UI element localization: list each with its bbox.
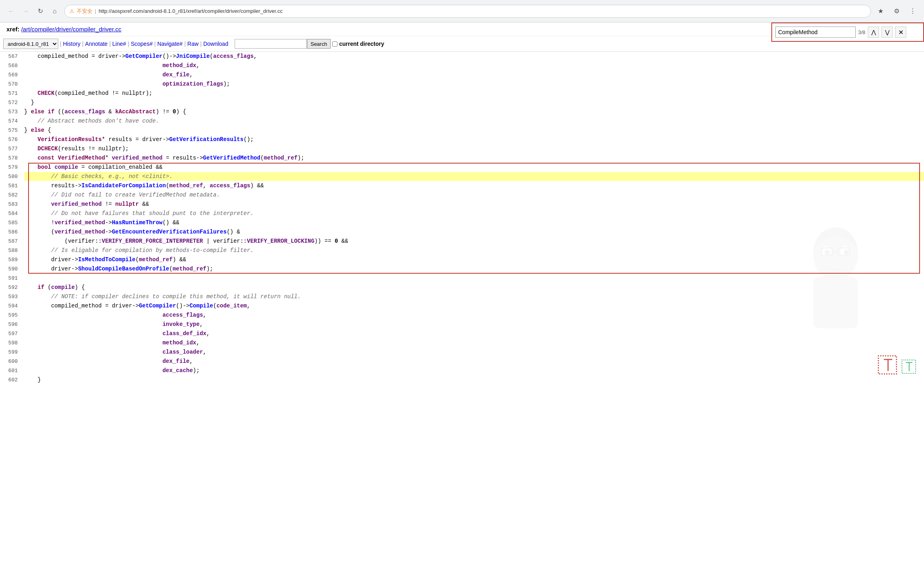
home-button[interactable]: ⌂ (48, 5, 61, 18)
version-select[interactable]: android-8.1.0_r81 (3, 39, 58, 49)
download-link[interactable]: Download (203, 41, 228, 47)
menu-button[interactable]: ⋮ (906, 5, 919, 18)
line-content: results->IsCandidateForCompilation(metho… (24, 181, 924, 190)
line-content: class_def_idx, (24, 329, 924, 338)
line-number: 594 (0, 302, 24, 311)
page-content: xref: /art/compiler/driver/compiler_driv… (0, 23, 924, 385)
table-row: 599 class_loader, (0, 348, 924, 357)
line-content: compiled_method = driver->GetCompiler()-… (24, 301, 924, 310)
line-content: invoke_type, (24, 320, 924, 329)
table-row: 570 optimization_flags); (0, 80, 924, 89)
line-content: // Did not fail to create VerifiedMethod… (24, 190, 924, 199)
line-number: 570 (0, 80, 24, 89)
nav-buttons: ← → ↻ ⌂ (5, 5, 61, 18)
table-row: 590 driver->ShouldCompileBasedOnProfile(… (0, 264, 924, 274)
search-button[interactable]: Search (307, 39, 331, 49)
line-content: const VerifiedMethod* verified_method = … (24, 154, 924, 162)
table-row: 589 driver->IsMethodToCompile(method_ref… (0, 255, 924, 264)
table-row: 581 results->IsCandidateForCompilation(m… (0, 181, 924, 190)
line-content: // Abstract methods don't have code. (24, 117, 924, 125)
address-bar[interactable]: ⚠ 不安全 | http://aospxref.com/android-8.1.… (64, 5, 871, 18)
table-row: 592 if (compile) { (0, 283, 924, 292)
table-row: 595 access_flags, (0, 311, 924, 320)
line-content: } else if ((access_flags & kAccAbstract)… (24, 107, 924, 116)
table-row: 568 method_idx, (0, 61, 924, 70)
line-content: method_idx, (24, 338, 924, 347)
back-button[interactable]: ← (5, 5, 18, 18)
table-row: 575 } else { (0, 126, 924, 135)
url-text: http://aospxref.com/android-8.1.0_r81/xr… (98, 8, 866, 14)
scopes-link[interactable]: Scopes# (131, 41, 152, 47)
line-content: VerificationResults* results = driver->G… (24, 135, 924, 144)
line-content: optimization_flags); (24, 80, 924, 88)
breadcrumb-art[interactable]: /art (21, 26, 30, 33)
breadcrumb-driver[interactable]: /driver (54, 26, 71, 33)
line-content: access_flags, (24, 311, 924, 319)
table-row: 569 dex_file, (0, 70, 924, 80)
extensions-button[interactable]: ⚙ (890, 5, 903, 18)
find-close-button[interactable]: ✕ (895, 27, 906, 38)
line-number: 571 (0, 89, 24, 98)
line-number: 587 (0, 237, 24, 246)
history-link[interactable]: History (63, 41, 81, 47)
table-row: 594 compiled_method = driver->GetCompile… (0, 301, 924, 311)
find-input[interactable] (775, 27, 856, 38)
table-row: 597 class_def_idx, (0, 329, 924, 338)
breadcrumb-compiler[interactable]: /compiler (30, 26, 54, 33)
line-number: 596 (0, 320, 24, 329)
table-row: 580 // Basic checks, e.g., not <clinit>. (0, 172, 924, 181)
line-content: if (compile) { (24, 283, 924, 292)
table-row: 585 !verified_method->HasRuntimeThrow() … (0, 218, 924, 227)
search-input[interactable] (235, 39, 307, 49)
line-number: 597 (0, 330, 24, 338)
line-content (24, 274, 924, 283)
find-bar: 3/8 ⋀ ⋁ ✕ (771, 23, 924, 42)
line-number: 582 (0, 191, 24, 200)
table-row: 602 } (0, 375, 924, 385)
line-content: bool compile = compilation_enabled && (24, 163, 924, 172)
table-row: 583 verified_method != nullptr && (0, 200, 924, 209)
breadcrumb-file[interactable]: /compiler_driver.cc (71, 26, 121, 33)
line-content: 584 (0, 209, 24, 218)
line-link[interactable]: Line# (112, 41, 126, 47)
table-row: 584 // Do not have failures that should … (0, 209, 924, 218)
current-dir-label: current directory (339, 41, 384, 47)
line-content: compiled_method = driver->GetCompiler()-… (24, 52, 924, 61)
table-row: 588 // Is eligable for compilation by me… (0, 246, 924, 255)
line-content: } (24, 375, 924, 384)
line-content: } (24, 98, 924, 107)
table-row: 578 const VerifiedMethod* verified_metho… (0, 154, 924, 163)
line-content: // Is eligable for compilation by method… (24, 246, 924, 255)
find-next-button[interactable]: ⋁ (881, 27, 893, 38)
line-number: 588 (0, 246, 24, 255)
browser-chrome: ← → ↻ ⌂ ⚠ 不安全 | http://aospxref.com/andr… (0, 0, 924, 23)
line-number: 591 (0, 274, 24, 283)
line-content: // Do not have failures that should punt… (24, 209, 924, 218)
line-content: (verifier::VERIFY_ERROR_FORCE_INTERPRETE… (24, 237, 924, 246)
table-row: 567 compiled_method = driver->GetCompile… (0, 52, 924, 61)
line-number: 602 (0, 376, 24, 385)
reload-button[interactable]: ↻ (34, 5, 47, 18)
current-dir-checkbox[interactable] (332, 41, 337, 47)
navigate-link[interactable]: Navigate# (157, 41, 183, 47)
bookmark-button[interactable]: ★ (874, 5, 887, 18)
raw-link[interactable]: Raw (187, 41, 198, 47)
table-row: 591 (0, 274, 924, 283)
line-number: 601 (0, 366, 24, 375)
find-prev-button[interactable]: ⋀ (868, 27, 879, 38)
table-row: 579 bool compile = compilation_enabled &… (0, 163, 924, 172)
forward-button[interactable]: → (19, 5, 32, 18)
line-number: 595 (0, 311, 24, 320)
line-number: 568 (0, 61, 24, 70)
line-number: 599 (0, 348, 24, 357)
line-number: 569 (0, 71, 24, 80)
table-row: 571 CHECK(compiled_method != nullptr); (0, 89, 924, 98)
line-number: 575 (0, 126, 24, 135)
annotate-link[interactable]: Annotate (85, 41, 108, 47)
line-number: 580 (0, 172, 24, 181)
table-row: 601 dex_cache); (0, 366, 924, 375)
line-number: 574 (0, 117, 24, 126)
line-content: dex_file, (24, 70, 924, 79)
security-icon: ⚠ (70, 8, 74, 14)
table-row: 572 } (0, 98, 924, 107)
